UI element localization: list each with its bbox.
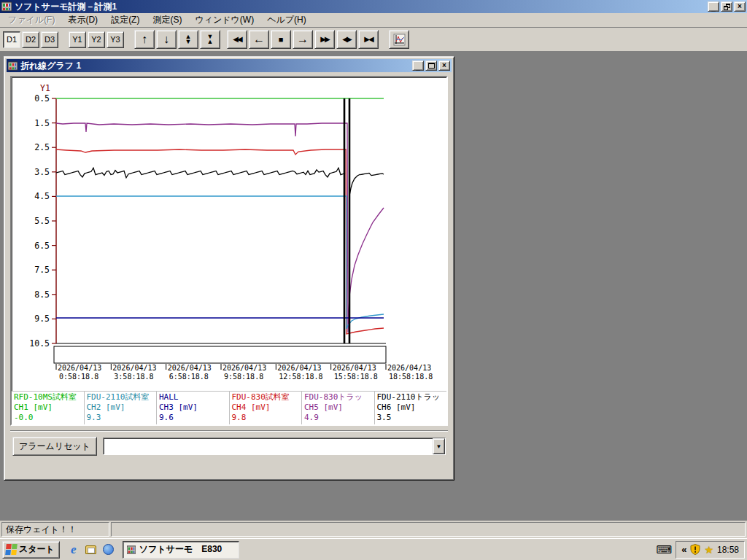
toolbar: D1 D2 D3 Y1 Y2 Y3 ↑ ↓ ▲▼ ▼▲ ◀◀ ← ■ → ▶▶ … [0, 28, 747, 51]
expand-vertical-button[interactable]: ▲▼ [178, 30, 198, 49]
graph-maximize-button[interactable] [425, 61, 437, 71]
keyboard-icon[interactable]: ⌨ [657, 544, 673, 555]
graph-settings-button[interactable] [389, 30, 409, 49]
fit-vertical-icon: ▼▲ [207, 34, 214, 44]
svg-text:3:58:18.8: 3:58:18.8 [114, 373, 153, 381]
y3-button[interactable]: Y3 [107, 31, 124, 48]
app-icon [1, 1, 12, 12]
svg-text:3.5: 3.5 [34, 167, 50, 177]
fit-vertical-button[interactable]: ▼▲ [200, 30, 220, 49]
task-app-icon [127, 545, 136, 554]
task-button-label: ソフトサーモ E830 [139, 543, 222, 556]
svg-text:0.5: 0.5 [34, 93, 50, 104]
taskbar-clock: 18:58 [717, 545, 739, 555]
restore-button[interactable] [721, 1, 732, 12]
taskbar: スタート e ソフトサーモ E830 ⌨ « ★ [0, 538, 747, 560]
channel-value: -0.0 [14, 413, 82, 423]
svg-text:9.5: 9.5 [34, 314, 50, 324]
status-empty [111, 522, 746, 537]
fast-rewind-button[interactable]: ◀◀ [227, 30, 247, 49]
y2-button[interactable]: Y2 [88, 31, 105, 48]
legend-cell-ch5: FDU-830トラッ CH5 [mV] 4.9 [301, 392, 374, 424]
svg-text:2026/04/13: 2026/04/13 [168, 364, 212, 372]
menu-measure[interactable]: 測定(S) [146, 12, 188, 28]
compress-horizontal-button[interactable]: ▶◀ [358, 30, 379, 49]
y1-button[interactable]: Y1 [69, 31, 86, 48]
compress-horizontal-icon: ▶◀ [364, 36, 372, 43]
svg-text:7.5: 7.5 [34, 265, 50, 275]
channel-unit: CH2 [mV] [87, 402, 155, 413]
svg-text:2026/04/13: 2026/04/13 [277, 364, 321, 372]
fast-forward-button[interactable]: ▶▶ [314, 30, 335, 49]
security-shield-icon[interactable] [690, 544, 700, 555]
channel-unit: CH4 [mV] [232, 402, 300, 413]
graph-close-button[interactable]: × [438, 61, 450, 71]
graph-window-titlebar[interactable]: 折れ線グラフ 1 _ × [7, 59, 452, 72]
channel-value: 9.6 [159, 413, 227, 423]
graph-minimize-button[interactable]: _ [412, 61, 424, 71]
menu-view[interactable]: 表示(D) [61, 12, 104, 28]
alarm-row: アラームリセット ▼ [10, 430, 448, 456]
collapse-tray-icon[interactable]: « [681, 545, 686, 554]
scroll-down-button[interactable]: ↓ [156, 30, 177, 49]
legend-cell-ch1: RFD-10MS試料室 CH1 [mV] -0.0 [12, 392, 84, 424]
task-button-softthermo[interactable]: ソフトサーモ E830 [123, 541, 239, 559]
svg-text:2026/04/13: 2026/04/13 [222, 364, 266, 372]
launch-ie-icon[interactable]: e [67, 543, 80, 556]
expand-horizontal-button[interactable]: ◀▶ [336, 30, 357, 49]
show-desktop-icon[interactable] [85, 543, 98, 556]
d2-button[interactable]: D2 [22, 31, 39, 48]
channel-unit: CH1 [mV] [14, 402, 82, 413]
close-button[interactable]: × [734, 1, 746, 12]
alarm-combobox[interactable]: ▼ [103, 438, 446, 455]
alarm-reset-button[interactable]: アラームリセット [12, 437, 97, 456]
d3-button[interactable]: D3 [41, 31, 58, 48]
step-left-button[interactable]: ← [249, 30, 269, 49]
step-right-button[interactable]: → [293, 30, 313, 49]
channel-value: 9.8 [232, 413, 300, 423]
menu-help[interactable]: ヘルプ(H) [260, 12, 313, 28]
tray-panel: « ★ 18:58 [676, 541, 745, 559]
system-tray: ⌨ « ★ 18:58 [657, 541, 745, 559]
channel-name: HALL [159, 392, 227, 402]
svg-text:18:58:18.8: 18:58:18.8 [389, 373, 433, 381]
svg-text:6.5: 6.5 [34, 241, 50, 251]
menu-file[interactable]: ファイル(F) [1, 12, 61, 28]
d1-button[interactable]: D1 [3, 31, 20, 48]
alarm-combobox-value[interactable] [104, 438, 433, 454]
main-titlebar[interactable]: ソフトサーモ計測－計測1 _ × [0, 0, 747, 13]
menu-settings[interactable]: 設定(Z) [104, 12, 146, 28]
graph-window-icon [8, 61, 18, 71]
svg-text:10.5: 10.5 [29, 338, 50, 349]
svg-text:4.5: 4.5 [34, 191, 50, 201]
stop-button[interactable]: ■ [271, 30, 291, 49]
menu-window[interactable]: ウィンドウ(W) [188, 12, 260, 28]
legend-cell-ch3: HALL CH3 [mV] 9.6 [156, 392, 229, 424]
graph-window-title: 折れ線グラフ 1 [20, 60, 411, 72]
svg-text:2026/04/13: 2026/04/13 [58, 364, 101, 372]
star-icon[interactable]: ★ [704, 544, 713, 556]
channel-name: FDU-830試料室 [232, 392, 300, 402]
svg-text:8.5: 8.5 [34, 289, 50, 300]
svg-text:2026/04/13: 2026/04/13 [112, 364, 156, 372]
channel-unit: CH6 [mV] [377, 402, 445, 413]
graph-window: 折れ線グラフ 1 _ × 0.51.52.53.54.55.56.57.58.5… [4, 56, 454, 481]
scroll-up-button[interactable]: ↑ [134, 30, 155, 49]
restore-icon [724, 4, 730, 10]
down-arrow-icon: ↓ [163, 34, 169, 45]
desktop: ソフトサーモ計測－計測1 _ × ファイル(F) 表示(D) 設定(Z) 測定(… [0, 0, 747, 560]
launch-outlook-express-icon[interactable] [102, 543, 115, 556]
stop-icon: ■ [279, 36, 284, 44]
menu-bar: ファイル(F) 表示(D) 設定(Z) 測定(S) ウィンドウ(W) ヘルプ(H… [0, 13, 747, 28]
svg-text:0:58:18.8: 0:58:18.8 [59, 373, 98, 381]
channel-name: RFD-10MS試料室 [14, 392, 82, 402]
combobox-dropdown-button[interactable]: ▼ [433, 438, 445, 454]
minimize-button[interactable]: _ [708, 1, 719, 12]
start-label: スタート [19, 543, 55, 556]
svg-text:1.5: 1.5 [34, 118, 50, 128]
channel-name: FDU-2110トラッ [377, 392, 445, 402]
legend-cell-ch2: FDU-2110試料室 CH2 [mV] 9.3 [84, 392, 157, 424]
start-button[interactable]: スタート [2, 541, 60, 559]
expand-horizontal-icon: ◀▶ [342, 36, 350, 43]
chart-panel: 0.51.52.53.54.55.56.57.58.59.510.5Y12026… [10, 76, 448, 426]
